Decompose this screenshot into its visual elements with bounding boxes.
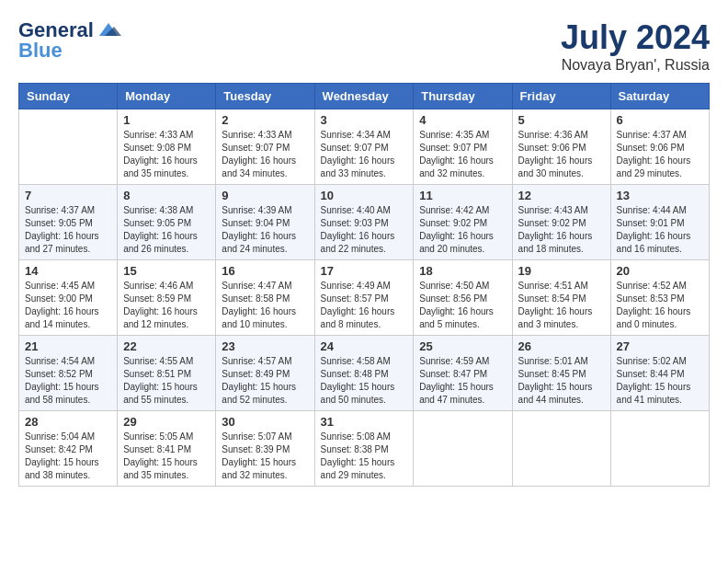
day-number: 21 bbox=[25, 339, 111, 353]
day-number: 28 bbox=[25, 415, 111, 429]
calendar-week-row: 1Sunrise: 4:33 AMSunset: 9:08 PMDaylight… bbox=[19, 109, 710, 185]
day-number: 25 bbox=[419, 339, 506, 353]
day-info: Sunrise: 5:04 AMSunset: 8:42 PMDaylight:… bbox=[25, 431, 111, 482]
day-info: Sunrise: 4:51 AMSunset: 8:54 PMDaylight:… bbox=[518, 280, 605, 331]
day-info: Sunrise: 4:33 AMSunset: 9:07 PMDaylight:… bbox=[222, 129, 308, 180]
title-section: July 2024 Novaya Bryan', Russia bbox=[561, 18, 710, 74]
day-info: Sunrise: 4:47 AMSunset: 8:58 PMDaylight:… bbox=[222, 280, 308, 331]
day-info: Sunrise: 4:34 AMSunset: 9:07 PMDaylight:… bbox=[321, 129, 408, 180]
day-number: 22 bbox=[123, 339, 210, 353]
day-info: Sunrise: 5:05 AMSunset: 8:41 PMDaylight:… bbox=[123, 431, 210, 482]
day-number: 9 bbox=[222, 189, 308, 202]
calendar-cell: 26Sunrise: 5:01 AMSunset: 8:45 PMDayligh… bbox=[512, 336, 610, 411]
header-monday: Monday bbox=[118, 84, 216, 109]
day-number: 7 bbox=[25, 189, 111, 202]
calendar-table: Sunday Monday Tuesday Wednesday Thursday… bbox=[18, 83, 710, 487]
day-number: 17 bbox=[321, 264, 408, 278]
day-number: 10 bbox=[321, 189, 408, 202]
day-number: 13 bbox=[617, 189, 703, 202]
header-sunday: Sunday bbox=[19, 84, 118, 109]
header-wednesday: Wednesday bbox=[314, 84, 414, 109]
calendar-cell: 6Sunrise: 4:37 AMSunset: 9:06 PMDaylight… bbox=[610, 109, 709, 185]
calendar-cell: 15Sunrise: 4:46 AMSunset: 8:59 PMDayligh… bbox=[118, 260, 216, 336]
day-number: 31 bbox=[321, 415, 408, 429]
calendar-week-row: 28Sunrise: 5:04 AMSunset: 8:42 PMDayligh… bbox=[19, 411, 710, 487]
calendar-cell: 25Sunrise: 4:59 AMSunset: 8:47 PMDayligh… bbox=[414, 336, 512, 411]
day-info: Sunrise: 5:08 AMSunset: 8:38 PMDaylight:… bbox=[321, 431, 408, 482]
calendar-cell: 27Sunrise: 5:02 AMSunset: 8:44 PMDayligh… bbox=[610, 336, 709, 411]
calendar-week-row: 14Sunrise: 4:45 AMSunset: 9:00 PMDayligh… bbox=[19, 260, 710, 336]
day-info: Sunrise: 4:35 AMSunset: 9:07 PMDaylight:… bbox=[419, 129, 506, 180]
calendar-cell: 29Sunrise: 5:05 AMSunset: 8:41 PMDayligh… bbox=[118, 411, 216, 487]
calendar-cell: 20Sunrise: 4:52 AMSunset: 8:53 PMDayligh… bbox=[610, 260, 709, 336]
day-number: 16 bbox=[222, 264, 308, 278]
day-number: 1 bbox=[123, 113, 210, 127]
day-number: 4 bbox=[419, 113, 506, 127]
calendar-week-row: 7Sunrise: 4:37 AMSunset: 9:05 PMDaylight… bbox=[19, 185, 710, 260]
day-info: Sunrise: 4:52 AMSunset: 8:53 PMDaylight:… bbox=[617, 280, 703, 331]
day-info: Sunrise: 5:07 AMSunset: 8:39 PMDaylight:… bbox=[222, 431, 308, 482]
day-info: Sunrise: 4:44 AMSunset: 9:01 PMDaylight:… bbox=[617, 204, 703, 256]
header-friday: Friday bbox=[512, 84, 610, 109]
day-number: 6 bbox=[617, 113, 703, 127]
calendar-cell: 28Sunrise: 5:04 AMSunset: 8:42 PMDayligh… bbox=[19, 411, 118, 487]
day-number: 2 bbox=[222, 113, 308, 127]
day-number: 18 bbox=[419, 264, 506, 278]
day-number: 14 bbox=[25, 264, 111, 278]
calendar-cell: 13Sunrise: 4:44 AMSunset: 9:01 PMDayligh… bbox=[610, 185, 709, 260]
day-info: Sunrise: 4:40 AMSunset: 9:03 PMDaylight:… bbox=[321, 204, 408, 256]
calendar-cell: 5Sunrise: 4:36 AMSunset: 9:06 PMDaylight… bbox=[512, 109, 610, 185]
day-number: 3 bbox=[321, 113, 408, 127]
day-info: Sunrise: 4:46 AMSunset: 8:59 PMDaylight:… bbox=[123, 280, 210, 331]
logo: General Blue bbox=[18, 18, 121, 63]
calendar-cell: 2Sunrise: 4:33 AMSunset: 9:07 PMDaylight… bbox=[216, 109, 314, 185]
day-info: Sunrise: 4:43 AMSunset: 9:02 PMDaylight:… bbox=[518, 204, 605, 256]
day-info: Sunrise: 4:49 AMSunset: 8:57 PMDaylight:… bbox=[321, 280, 408, 331]
calendar-cell: 11Sunrise: 4:42 AMSunset: 9:02 PMDayligh… bbox=[414, 185, 512, 260]
calendar-cell bbox=[610, 411, 709, 487]
day-number: 11 bbox=[419, 189, 506, 202]
header-thursday: Thursday bbox=[414, 84, 512, 109]
logo-blue-text: Blue bbox=[18, 39, 63, 63]
calendar-header-row: Sunday Monday Tuesday Wednesday Thursday… bbox=[19, 84, 710, 109]
calendar-cell: 14Sunrise: 4:45 AMSunset: 9:00 PMDayligh… bbox=[19, 260, 118, 336]
calendar-cell bbox=[19, 109, 118, 185]
day-info: Sunrise: 4:57 AMSunset: 8:49 PMDaylight:… bbox=[222, 355, 308, 407]
day-info: Sunrise: 4:45 AMSunset: 9:00 PMDaylight:… bbox=[25, 280, 111, 331]
calendar-cell: 19Sunrise: 4:51 AMSunset: 8:54 PMDayligh… bbox=[512, 260, 610, 336]
day-number: 26 bbox=[518, 339, 605, 353]
day-number: 23 bbox=[222, 339, 308, 353]
day-number: 12 bbox=[518, 189, 605, 202]
calendar-cell: 16Sunrise: 4:47 AMSunset: 8:58 PMDayligh… bbox=[216, 260, 314, 336]
calendar-cell: 21Sunrise: 4:54 AMSunset: 8:52 PMDayligh… bbox=[19, 336, 118, 411]
calendar-cell: 4Sunrise: 4:35 AMSunset: 9:07 PMDaylight… bbox=[414, 109, 512, 185]
day-info: Sunrise: 4:42 AMSunset: 9:02 PMDaylight:… bbox=[419, 204, 506, 256]
day-info: Sunrise: 4:58 AMSunset: 8:48 PMDaylight:… bbox=[321, 355, 408, 407]
day-info: Sunrise: 4:37 AMSunset: 9:06 PMDaylight:… bbox=[617, 129, 703, 180]
calendar-cell: 7Sunrise: 4:37 AMSunset: 9:05 PMDaylight… bbox=[19, 185, 118, 260]
header-tuesday: Tuesday bbox=[216, 84, 314, 109]
day-number: 30 bbox=[222, 415, 308, 429]
page-header: General Blue July 2024 Novaya Bryan', Ru… bbox=[18, 18, 710, 74]
calendar-cell: 24Sunrise: 4:58 AMSunset: 8:48 PMDayligh… bbox=[314, 336, 414, 411]
calendar-cell: 22Sunrise: 4:55 AMSunset: 8:51 PMDayligh… bbox=[118, 336, 216, 411]
calendar-cell: 23Sunrise: 4:57 AMSunset: 8:49 PMDayligh… bbox=[216, 336, 314, 411]
day-info: Sunrise: 4:55 AMSunset: 8:51 PMDaylight:… bbox=[123, 355, 210, 407]
location: Novaya Bryan', Russia bbox=[561, 57, 710, 74]
day-number: 5 bbox=[518, 113, 605, 127]
calendar-cell: 18Sunrise: 4:50 AMSunset: 8:56 PMDayligh… bbox=[414, 260, 512, 336]
day-info: Sunrise: 4:59 AMSunset: 8:47 PMDaylight:… bbox=[419, 355, 506, 407]
day-info: Sunrise: 4:38 AMSunset: 9:05 PMDaylight:… bbox=[123, 204, 210, 256]
day-number: 8 bbox=[123, 189, 210, 202]
month-title: July 2024 bbox=[561, 18, 710, 57]
calendar-cell: 30Sunrise: 5:07 AMSunset: 8:39 PMDayligh… bbox=[216, 411, 314, 487]
day-info: Sunrise: 4:50 AMSunset: 8:56 PMDaylight:… bbox=[419, 280, 506, 331]
day-number: 15 bbox=[123, 264, 210, 278]
calendar-cell bbox=[414, 411, 512, 487]
day-info: Sunrise: 5:02 AMSunset: 8:44 PMDaylight:… bbox=[617, 355, 703, 407]
day-number: 29 bbox=[123, 415, 210, 429]
day-info: Sunrise: 4:54 AMSunset: 8:52 PMDaylight:… bbox=[25, 355, 111, 407]
calendar-cell: 1Sunrise: 4:33 AMSunset: 9:08 PMDaylight… bbox=[118, 109, 216, 185]
calendar-cell: 31Sunrise: 5:08 AMSunset: 8:38 PMDayligh… bbox=[314, 411, 414, 487]
header-saturday: Saturday bbox=[610, 84, 709, 109]
